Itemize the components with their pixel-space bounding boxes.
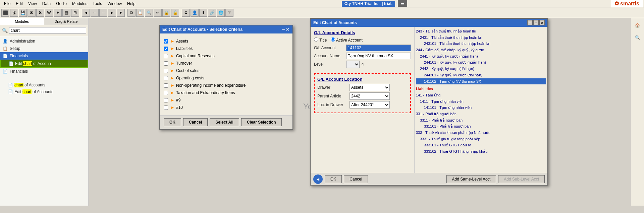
checkbox-taxation-and-extraordinary-items[interactable] bbox=[164, 91, 168, 95]
toolbar-edit[interactable]: ✏ bbox=[154, 9, 162, 17]
toolbar-btn-w[interactable]: W bbox=[45, 9, 53, 17]
toolbar-btn-plus[interactable]: + bbox=[54, 9, 62, 17]
toolbar-settings[interactable]: ⚙ bbox=[182, 9, 190, 17]
account-name-input[interactable] bbox=[346, 53, 411, 59]
menu-data[interactable]: Data bbox=[40, 1, 53, 7]
account-tree-item[interactable]: 244101 - Ký quỹ, ký cược (ngắn hạn) bbox=[416, 59, 546, 66]
menu-file[interactable]: File bbox=[1, 1, 13, 7]
account-tree-item[interactable]: 2441 - Ký quỹ, ký cược (ngắn hạn) bbox=[416, 53, 546, 60]
toolbar-unlock[interactable]: 🔓 bbox=[171, 9, 179, 17]
checkbox-non-operating-income-and-expenditure[interactable] bbox=[164, 83, 168, 88]
toolbar-btn-4[interactable]: ✉ bbox=[28, 9, 36, 17]
menu-goto[interactable]: Go To bbox=[53, 1, 69, 7]
account-tree-item[interactable]: 333101 - Thuế GTGT đầu ra bbox=[416, 142, 546, 148]
account-tree-item[interactable]: 3311 - Phải trả người bán bbox=[416, 117, 546, 124]
checkbox-assets[interactable] bbox=[164, 39, 168, 44]
toolbar-link[interactable]: 🔗 bbox=[208, 9, 216, 17]
toolbar-lock[interactable]: 🔒 bbox=[162, 9, 170, 17]
toolbar-copy[interactable]: ⧉ bbox=[127, 9, 136, 17]
checkbox-capital-and-reserves[interactable] bbox=[164, 54, 168, 58]
parent-article-select[interactable]: 2442 bbox=[350, 92, 390, 100]
menu-tools[interactable]: Tools bbox=[90, 1, 105, 7]
account-tree-item[interactable]: 1411 - Tạm ứng nhân viên bbox=[416, 98, 546, 105]
toolbar-btn-grid2[interactable]: ⊞ bbox=[71, 9, 79, 17]
sidebar-section-financials[interactable]: 📄 Financials bbox=[0, 52, 88, 60]
right-panel-btn-2[interactable]: 🔍 bbox=[633, 33, 642, 42]
account-tree-item[interactable]: 3331 - Thuế giá trị gia tăng phải nộp bbox=[416, 136, 546, 142]
account-tree-item[interactable]: 2442 - Ký quỹ, ký cược (dài hạn) bbox=[416, 66, 546, 72]
gl-account-input[interactable] bbox=[346, 45, 411, 51]
checkbox-liabilities[interactable] bbox=[164, 47, 168, 51]
selection-criteria-close[interactable]: ✕ bbox=[286, 27, 290, 32]
main-dialog-maximize[interactable]: □ bbox=[533, 20, 539, 25]
toolbar-filter[interactable]: ▼ bbox=[117, 9, 125, 17]
right-panel-btn-1[interactable]: 🏠 bbox=[633, 21, 642, 30]
sidebar-item-edit-chart-bottom[interactable]: 📄 Edit chart of Accounts bbox=[0, 88, 88, 95]
toolbar-user[interactable]: 👤 bbox=[191, 9, 199, 17]
tab-drag-relate[interactable]: Drag & Relate bbox=[44, 18, 89, 25]
account-tree-item[interactable]: 244 - Cầm cố, thế chấp, ký quỹ, ký cược bbox=[416, 47, 546, 53]
sidebar-section-setup[interactable]: 📋 Setup bbox=[0, 45, 88, 52]
checkbox-#9[interactable] bbox=[164, 98, 168, 102]
sidebar-item-edit-chart[interactable]: 📄 Edit chart of Accoun bbox=[0, 60, 88, 68]
menu-modules[interactable]: Modules bbox=[69, 1, 90, 7]
checkbox-operating-costs[interactable] bbox=[164, 76, 168, 80]
toolbar-btn-grid[interactable]: ▦ bbox=[62, 9, 70, 17]
selection-cancel-button[interactable]: Cancel bbox=[183, 118, 208, 126]
loc-drawer-select[interactable]: After 244201 bbox=[350, 101, 390, 109]
account-tree-item[interactable]: 243101 - Tài sản thuế thu nhập hoãn lại bbox=[416, 41, 546, 47]
toolbar-help[interactable]: ? bbox=[225, 9, 233, 17]
toolbar-nav-right[interactable]: → bbox=[99, 9, 107, 17]
account-tree-item[interactable]: 141101 - Tạm ứng nhân viên bbox=[416, 104, 546, 111]
radio-active-label[interactable]: Active Account bbox=[331, 37, 362, 43]
radio-title-label[interactable]: Title bbox=[314, 37, 327, 43]
tab-modules[interactable]: Modules bbox=[0, 18, 44, 25]
toolbar-paste[interactable]: 📋 bbox=[136, 9, 144, 17]
radio-title[interactable] bbox=[314, 37, 318, 42]
account-tree-item[interactable]: 333 - Thuế và các khoản phải nộp Nhà nướ… bbox=[416, 130, 546, 136]
sidebar-item-chart-of-accounts[interactable]: 📄 chart of Accounts bbox=[0, 82, 88, 88]
sidebar-section-administration[interactable]: 👤 Administration bbox=[0, 38, 88, 45]
back-arrow-button[interactable]: ◄ bbox=[313, 174, 323, 184]
account-tree-item[interactable]: 243 - Tài sản thuế thu nhập hoãn lại bbox=[416, 28, 546, 34]
footer-cancel-button[interactable]: Cancel bbox=[344, 175, 368, 183]
selection-clear-button[interactable]: Clear Selection bbox=[241, 118, 282, 126]
level-select[interactable] bbox=[346, 61, 360, 68]
toolbar-nav-prev[interactable]: ◄ bbox=[82, 9, 90, 17]
toolbar-btn-2[interactable]: 🖨 bbox=[10, 9, 18, 17]
checkbox-#10[interactable] bbox=[164, 105, 168, 110]
menu-edit[interactable]: Edit bbox=[13, 1, 25, 7]
selection-ok-button[interactable]: OK bbox=[164, 118, 181, 126]
account-tree-item[interactable]: 141102 - Tạm ứng NV thu mua SX bbox=[416, 78, 546, 85]
add-sub-level-button[interactable]: Add Sub-Level Acct bbox=[498, 175, 545, 183]
footer-ok-button[interactable]: OK bbox=[325, 175, 342, 183]
account-tree-item[interactable]: 2431 - Tài sản thuế thu nhập hoãn lại bbox=[416, 34, 546, 41]
search-input[interactable] bbox=[9, 27, 86, 34]
account-tree-item[interactable]: Liabilities bbox=[416, 84, 546, 92]
hamburger-button[interactable]: ☰ bbox=[398, 0, 407, 7]
account-tree-item[interactable]: 244201 - Ký quỹ, ký cược (dài hạn) bbox=[416, 72, 546, 78]
toolbar-btn-5[interactable]: ✖ bbox=[36, 9, 44, 17]
selection-select-all-button[interactable]: Select All bbox=[210, 118, 239, 126]
main-dialog-minimize[interactable]: ─ bbox=[527, 20, 533, 25]
toolbar-nav-next[interactable]: ► bbox=[108, 9, 116, 17]
drawer-select[interactable]: Assets bbox=[350, 84, 390, 91]
menu-view[interactable]: View bbox=[25, 1, 40, 7]
main-dialog-close[interactable]: ✕ bbox=[539, 20, 545, 25]
checkbox-cost-of-sales[interactable] bbox=[164, 69, 168, 73]
toolbar-globe[interactable]: 🌐 bbox=[217, 9, 225, 17]
add-same-level-button[interactable]: Add Same-Level Acct bbox=[446, 175, 496, 183]
menu-window[interactable]: Window bbox=[105, 1, 124, 7]
sidebar-section-financials2[interactable]: 📄 Financials bbox=[0, 68, 88, 75]
checkbox-turnover[interactable] bbox=[164, 61, 168, 66]
menu-help[interactable]: Help bbox=[124, 1, 138, 7]
radio-active[interactable] bbox=[331, 37, 335, 42]
account-tree-item[interactable]: 333102 - Thuế GTGT hàng nhập khẩu bbox=[416, 148, 546, 155]
toolbar-upload[interactable]: ⬆ bbox=[199, 9, 207, 17]
toolbar-nav-left[interactable]: ← bbox=[91, 9, 99, 17]
account-tree-item[interactable]: 331101 - Phải trả người bán bbox=[416, 123, 546, 130]
toolbar-btn-1[interactable]: ⬛ bbox=[1, 9, 9, 17]
account-tree-item[interactable]: 331 - Phải trả người bán bbox=[416, 111, 546, 117]
account-tree-item[interactable]: 141 - Tạm ứng bbox=[416, 92, 546, 98]
selection-criteria-minimize[interactable]: ─ bbox=[282, 27, 285, 32]
